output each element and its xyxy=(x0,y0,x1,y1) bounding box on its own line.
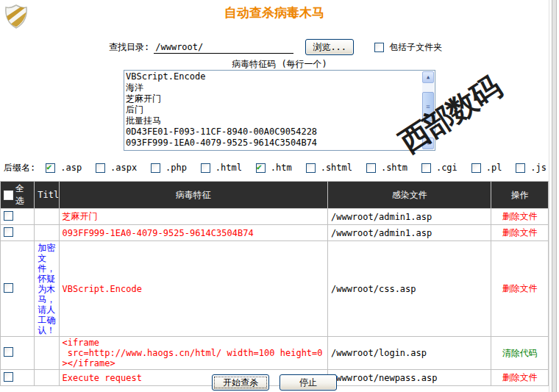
col-header-action: 操作 xyxy=(491,182,549,209)
extension-checkbox-shtm[interactable]: .shtm xyxy=(366,163,407,173)
extension-checkbox-asp[interactable]: .asp xyxy=(46,163,82,173)
extension-checkbox-cgi[interactable]: .cgi xyxy=(421,163,457,173)
unchecked-checkbox-icon[interactable] xyxy=(306,163,316,173)
col-header-infected-file: 感染文件 xyxy=(327,182,491,209)
table-row: <iframe src=http://www.haogs.cn/html/ wi… xyxy=(1,337,549,370)
scroll-down-button[interactable]: ▼ xyxy=(422,138,434,149)
select-all-label: 全选 xyxy=(15,182,31,207)
extension-label: .asp xyxy=(60,163,82,173)
infected-file-path: /wwwroot/css.asp xyxy=(327,241,491,337)
table-header-row: 全选 Title 病毒特征 感染文件 操作 xyxy=(1,182,549,209)
row-checkbox[interactable] xyxy=(4,227,13,237)
extension-checkbox-aspx[interactable]: .aspx xyxy=(96,163,137,173)
unchecked-checkbox-icon[interactable] xyxy=(201,163,210,173)
extension-label: .shtm xyxy=(381,163,407,173)
extension-checkbox-html[interactable]: .html xyxy=(201,163,242,173)
scroll-up-button[interactable]: ▲ xyxy=(422,71,434,83)
virus-signature: 芝麻开门 xyxy=(59,209,327,225)
scan-results-table: 全选 Title 病毒特征 感染文件 操作 芝麻开门 /wwwroot/admi… xyxy=(0,181,549,386)
checked-checkbox-icon[interactable] xyxy=(46,163,55,173)
unchecked-checkbox-icon[interactable] xyxy=(516,163,525,173)
scrollbar-groove xyxy=(552,0,557,392)
signatures-textarea[interactable]: VBScript.Encode 海洋 芝麻开门 后门 批量挂马 0D43FE01… xyxy=(124,70,435,151)
include-subfolders-checkbox[interactable] xyxy=(374,43,384,52)
extension-label: .htm xyxy=(271,163,292,173)
col-header-signature: 病毒特征 xyxy=(59,182,327,209)
extension-label: .shtml xyxy=(321,163,352,173)
infected-file-path: /wwwroot/login.asp xyxy=(327,337,491,370)
unchecked-checkbox-icon[interactable] xyxy=(421,163,431,173)
include-subfolders-label: 包括子文件夹 xyxy=(389,41,442,54)
page-scrollbar-track[interactable] xyxy=(549,0,559,392)
directory-input[interactable] xyxy=(154,40,293,54)
virus-signature: <iframe src=http://www.haogs.cn/html/ wi… xyxy=(59,337,327,370)
infected-file-path: /wwwroot/admin1.asp xyxy=(327,225,491,241)
row-title-note: 加密文件，怀疑为木马，请人工确认！ xyxy=(35,241,59,337)
virus-signature: VBScript.Encode xyxy=(59,241,327,337)
extension-checkbox-htm[interactable]: .htm xyxy=(256,163,292,173)
extension-checkbox-php[interactable]: .php xyxy=(151,163,187,173)
unchecked-checkbox-icon[interactable] xyxy=(96,163,105,173)
virus-signature: 093FF999-1EA0-4079-9525-9614C3504B74 xyxy=(59,225,327,241)
signatures-text[interactable]: VBScript.Encode 海洋 芝麻开门 后门 批量挂马 0D43FE01… xyxy=(126,71,421,149)
unchecked-checkbox-icon[interactable] xyxy=(471,163,481,173)
delete-file-link[interactable]: 删除文件 xyxy=(502,283,538,293)
page-title: 自动查杀病毒木马 xyxy=(0,4,549,21)
extensions-label: 后缀名: xyxy=(4,162,35,174)
row-checkbox[interactable] xyxy=(4,347,13,357)
table-row: 芝麻开门 /wwwroot/admin1.asp 删除文件 xyxy=(1,209,549,225)
row-checkbox[interactable] xyxy=(4,283,13,293)
infected-file-path: /wwwroot/admin1.asp xyxy=(327,209,491,225)
extensions-row: 后缀名: .asp.aspx.php.html.htm.shtml.shtm.c… xyxy=(4,161,546,174)
checked-checkbox-icon[interactable] xyxy=(256,163,266,173)
unchecked-checkbox-icon[interactable] xyxy=(366,163,376,173)
row-title xyxy=(35,337,59,370)
extension-label: .aspx xyxy=(110,163,137,173)
extension-checkbox-shtml[interactable]: .shtml xyxy=(306,163,352,173)
extension-label: .pl xyxy=(486,163,502,173)
bottom-buttons: 开始查杀 停止 xyxy=(0,374,549,391)
extension-label: .js xyxy=(530,163,546,173)
textarea-scrollbar[interactable]: ▲ ≡ ▼ xyxy=(422,71,434,149)
delete-file-link[interactable]: 删除文件 xyxy=(502,211,538,221)
unchecked-checkbox-icon[interactable] xyxy=(151,163,160,173)
extension-label: .html xyxy=(216,163,242,173)
browse-button[interactable]: 浏览... xyxy=(305,39,354,55)
extension-checkbox-js[interactable]: .js xyxy=(516,163,546,173)
extension-label: .php xyxy=(165,163,187,173)
table-row: 加密文件，怀疑为木马，请人工确认！ VBScript.Encode /wwwro… xyxy=(1,241,549,337)
col-header-title: Title xyxy=(35,182,59,209)
row-checkbox[interactable] xyxy=(4,211,13,221)
extension-label: .cgi xyxy=(436,163,457,173)
signatures-label: 病毒特征码 (每行一个) xyxy=(0,58,559,71)
directory-row: 查找目录: 浏览... 包括子文件夹 xyxy=(109,38,442,56)
row-title xyxy=(35,225,59,241)
start-scan-button[interactable]: 开始查杀 xyxy=(212,374,269,391)
delete-file-link[interactable]: 删除文件 xyxy=(502,227,538,238)
clean-code-link[interactable]: 清除代码 xyxy=(502,348,538,358)
extension-checkbox-pl[interactable]: .pl xyxy=(471,163,502,173)
directory-label: 查找目录: xyxy=(109,41,149,54)
scrollbar-thumb[interactable]: ≡ xyxy=(422,92,434,121)
stop-button[interactable]: 停止 xyxy=(280,374,337,391)
table-row: 093FF999-1EA0-4079-9525-9614C3504B74 /ww… xyxy=(1,225,549,241)
row-title xyxy=(35,209,59,225)
select-all-checkbox[interactable] xyxy=(4,190,13,200)
